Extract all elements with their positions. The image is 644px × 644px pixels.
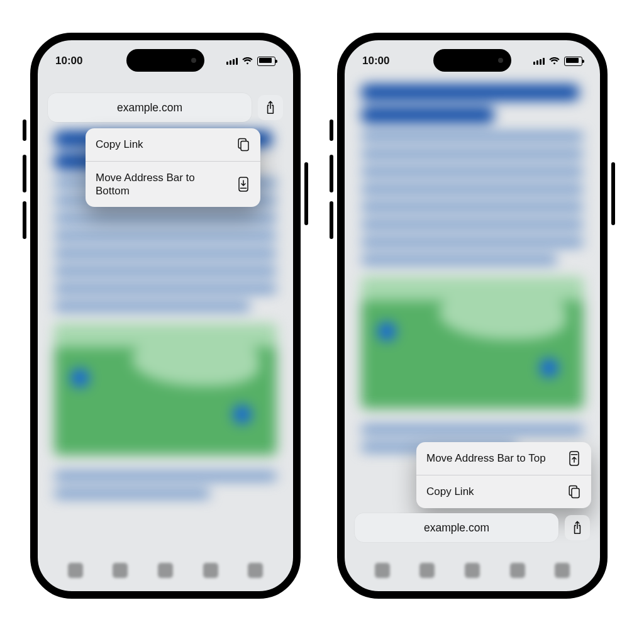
- menu-item-label: Move Address Bar to Bottom: [96, 171, 229, 197]
- context-menu: Copy Link Move Address Bar to Bottom: [86, 128, 260, 207]
- share-button[interactable]: [565, 515, 590, 540]
- copy-icon: [567, 485, 581, 499]
- phone-mockup-bottom-address: 10:00 Move Address Bar to: [337, 33, 608, 599]
- side-button: [611, 162, 615, 225]
- address-field[interactable]: example.com: [48, 93, 252, 122]
- address-bar-bottom: example.com: [355, 513, 590, 542]
- side-button: [23, 155, 26, 192]
- side-button: [23, 201, 26, 239]
- blurred-page-content: [38, 40, 293, 591]
- move-to-bottom-icon: [236, 177, 250, 191]
- side-button: [330, 201, 333, 239]
- move-to-top-icon: [567, 452, 581, 465]
- side-button: [23, 119, 26, 141]
- address-bar-top: example.com: [48, 93, 283, 122]
- svg-rect-1: [241, 141, 248, 150]
- menu-item-label: Move Address Bar to Top: [426, 452, 560, 465]
- share-icon: [264, 100, 277, 115]
- context-menu: Move Address Bar to Top Copy Link: [416, 442, 591, 508]
- svg-rect-7: [572, 488, 579, 497]
- copy-icon: [236, 138, 250, 152]
- side-button: [304, 162, 308, 225]
- share-button[interactable]: [258, 95, 283, 120]
- address-url: example.com: [424, 521, 489, 535]
- menu-item-copy-link[interactable]: Copy Link: [86, 128, 260, 161]
- menu-item-move-to-top[interactable]: Move Address Bar to Top: [416, 442, 591, 475]
- menu-item-label: Copy Link: [96, 138, 229, 151]
- phone-mockup-top-address: 10:00 example.c: [30, 33, 301, 599]
- address-field[interactable]: example.com: [355, 513, 558, 542]
- side-button: [330, 155, 333, 192]
- menu-item-label: Copy Link: [426, 485, 560, 498]
- address-url: example.com: [117, 101, 182, 114]
- share-icon: [571, 520, 584, 535]
- menu-item-copy-link[interactable]: Copy Link: [416, 475, 591, 508]
- bottom-toolbar-blurred: [345, 550, 600, 591]
- menu-item-move-to-bottom[interactable]: Move Address Bar to Bottom: [86, 161, 260, 207]
- blurred-page-content: [345, 40, 600, 591]
- side-button: [330, 119, 333, 141]
- bottom-toolbar-blurred: [38, 550, 293, 591]
